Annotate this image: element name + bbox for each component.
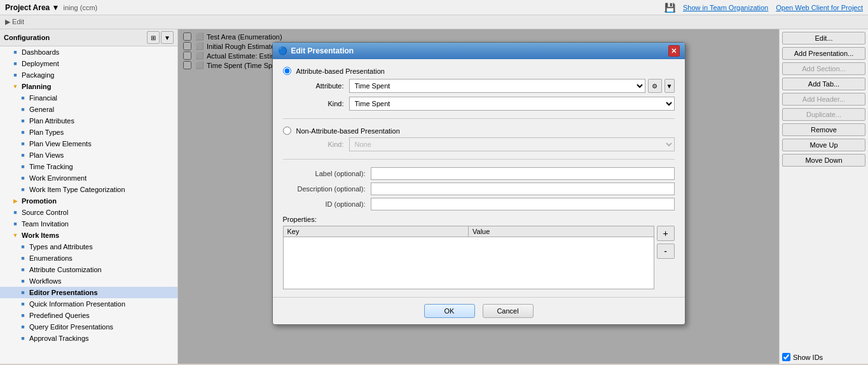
properties-section: Properties: Key Value: [283, 216, 675, 289]
sidebar-item-deployment[interactable]: ■ Deployment: [0, 58, 177, 69]
separator2: [283, 159, 675, 160]
spacer: [782, 169, 865, 350]
modal-title: Edit Presentation: [291, 46, 354, 55]
sidebar-item-types-attributes[interactable]: ■ Types and Attributes: [0, 241, 177, 252]
sidebar-item-query-editor[interactable]: ■ Query Editor Presentations: [0, 321, 177, 333]
attribute-dropdown-btn[interactable]: ▼: [665, 79, 675, 93]
sidebar-item-workflows[interactable]: ■ Workflows: [0, 275, 177, 287]
sidebar-item-plan-view-elements[interactable]: ■ Plan View Elements: [0, 138, 177, 149]
props-buttons: + -: [657, 226, 675, 289]
duplicate-button[interactable]: Duplicate...: [782, 108, 865, 121]
top-bar: Project Area ▼ ining (ccm) 💾 Show in Tea…: [0, 0, 868, 15]
add-header-button[interactable]: Add Header...: [782, 93, 865, 106]
sidebar-item-financial[interactable]: ■ Financial: [0, 92, 177, 104]
sidebar-toolbar-btn1[interactable]: ⊞: [147, 31, 160, 44]
move-down-button[interactable]: Move Down: [782, 154, 865, 167]
non-attr-radio[interactable]: [283, 127, 291, 135]
label-input[interactable]: [371, 167, 675, 180]
sidebar-item-work-environment[interactable]: ■ Work Environment: [0, 172, 177, 184]
sidebar-item-plan-attributes[interactable]: ■ Plan Attributes: [0, 115, 177, 127]
props-add-button[interactable]: +: [657, 226, 675, 241]
attr-custom-icon: ■: [18, 265, 28, 275]
add-tab-button[interactable]: Add Tab...: [782, 78, 865, 90]
desc-optional-label: Description (optional):: [283, 185, 366, 193]
attribute-config-btn[interactable]: ⚙: [648, 79, 662, 93]
modal-overlay: 🔵 Edit Presentation ✕ Attribu: [178, 29, 779, 364]
sidebar-item-source-control[interactable]: ■ Source Control: [0, 207, 177, 218]
work-env-icon: ■: [18, 173, 28, 183]
sidebar-item-plan-types[interactable]: ■ Plan Types: [0, 127, 177, 138]
sidebar-item-predefined-queries[interactable]: ■ Predefined Queries: [0, 310, 177, 321]
open-web-client-link[interactable]: Open Web Client for Project: [776, 4, 863, 11]
edit-button[interactable]: Edit...: [782, 32, 865, 45]
props-value-header: Value: [469, 226, 654, 237]
sidebar-item-promotion[interactable]: ▶ Promotion: [0, 195, 177, 207]
sidebar-item-editor-presentations[interactable]: ■ Editor Presentations: [0, 287, 177, 298]
team-invitation-icon: ■: [10, 219, 20, 229]
sidebar-item-planning[interactable]: ▼ Planning: [0, 81, 177, 92]
sidebar-header: Configuration ⊞ ▼: [0, 29, 177, 46]
attribute-label: Attribute:: [293, 82, 344, 90]
predefined-queries-icon: ■: [18, 310, 28, 320]
optional-fields: Label (optional): Description (optional)…: [283, 167, 675, 210]
promotion-folder-icon: ▶: [10, 196, 20, 206]
cancel-button[interactable]: Cancel: [483, 304, 534, 318]
add-presentation-button[interactable]: Add Presentation...: [782, 47, 865, 60]
plan-types-icon: ■: [18, 127, 28, 137]
plan-view-elem-icon: ■: [18, 139, 28, 149]
properties-label: Properties:: [283, 216, 675, 223]
sidebar-item-packaging[interactable]: ■ Packaging: [0, 69, 177, 81]
content-with-right: ⬜ Test Area (Enumeration) ⬜ Initial Roug…: [178, 29, 868, 364]
sidebar-title: Configuration: [4, 34, 50, 41]
add-section-button[interactable]: Add Section...: [782, 62, 865, 75]
modal-footer: OK Cancel: [273, 297, 685, 324]
desc-input[interactable]: [371, 182, 675, 195]
sidebar-item-team-invitation[interactable]: ■ Team Invitation: [0, 218, 177, 230]
project-title[interactable]: Project Area ▼: [5, 3, 59, 12]
workflows-icon: ■: [18, 276, 28, 286]
sidebar-item-attribute-customization[interactable]: ■ Attribute Customization: [0, 264, 177, 275]
attr-based-label: Attribute-based Presentation: [296, 67, 385, 75]
edit-presentation-modal: 🔵 Edit Presentation ✕ Attribu: [272, 42, 685, 325]
attr-based-radio[interactable]: [283, 67, 291, 75]
id-input[interactable]: [371, 198, 675, 210]
plan-attr-icon: ■: [18, 116, 28, 126]
sidebar-item-enumerations[interactable]: ■ Enumerations: [0, 252, 177, 264]
non-attr-kind-select[interactable]: None: [349, 137, 675, 151]
move-up-button[interactable]: Move Up: [782, 139, 865, 151]
context-label: ining (ccm): [63, 4, 97, 11]
ok-button[interactable]: OK: [424, 304, 475, 318]
props-body: [284, 237, 654, 288]
attribute-row: Attribute: Time Spent ⚙ ▼: [293, 79, 675, 93]
modal-title-icon: 🔵: [278, 46, 287, 55]
show-in-team-org-link[interactable]: Show in Team Organization: [683, 4, 768, 11]
show-ids-checkbox[interactable]: [782, 353, 790, 361]
id-row: ID (optional):: [283, 198, 675, 210]
sidebar-item-work-items[interactable]: ▼ Work Items: [0, 230, 177, 241]
work-items-folder-icon: ▼: [10, 230, 20, 240]
non-attr-kind-label: Kind:: [293, 141, 344, 148]
kind-row: Kind: Time Spent: [293, 97, 675, 111]
source-control-icon: ■: [10, 207, 20, 217]
attribute-select[interactable]: Time Spent: [349, 79, 645, 93]
modal-close-button[interactable]: ✕: [668, 45, 680, 57]
query-editor-icon: ■: [18, 322, 28, 332]
sidebar-item-general[interactable]: ■ General: [0, 104, 177, 115]
props-remove-button[interactable]: -: [657, 244, 675, 259]
sidebar-item-dashboards[interactable]: ■ Dashboards: [0, 46, 177, 58]
remove-button[interactable]: Remove: [782, 123, 865, 136]
sidebar-item-approval[interactable]: ■ Approval Trackings: [0, 333, 177, 344]
sidebar-item-time-tracking[interactable]: ■ Time Tracking: [0, 161, 177, 172]
sidebar-item-work-item-type-categorization[interactable]: ■ Work Item Type Categorization: [0, 184, 177, 195]
sidebar: Configuration ⊞ ▼ ■ Dashboards ■ Deploym…: [0, 29, 178, 364]
plan-views-icon: ■: [18, 150, 28, 160]
kind-select[interactable]: Time Spent: [349, 97, 675, 111]
sub-header-label: ▶ Edit: [5, 18, 24, 26]
sidebar-item-quick-info[interactable]: ■ Quick Information Presentation: [0, 298, 177, 310]
work-item-type-icon: ■: [18, 184, 28, 195]
label-row: Label (optional):: [283, 167, 675, 180]
financial-icon: ■: [18, 93, 28, 103]
sidebar-toolbar-btn2[interactable]: ▼: [161, 31, 174, 44]
main-layout: Configuration ⊞ ▼ ■ Dashboards ■ Deploym…: [0, 29, 868, 364]
sidebar-item-plan-views[interactable]: ■ Plan Views: [0, 149, 177, 161]
